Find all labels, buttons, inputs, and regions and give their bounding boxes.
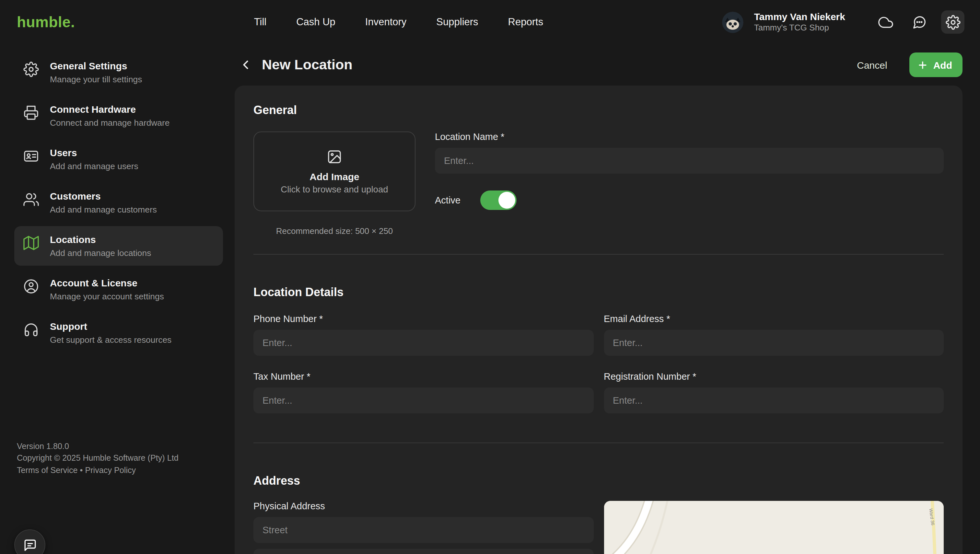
registration-number-label: Registration Number *	[604, 371, 944, 382]
sidebar-item-account-license[interactable]: Account & License Manage your account se…	[14, 269, 223, 309]
humble-logo: humble.	[17, 13, 75, 31]
plus-icon	[917, 59, 928, 70]
settings-sidebar: General Settings Manage your till settin…	[0, 44, 228, 554]
physical-address-label: Physical Address	[253, 501, 593, 511]
chat-launcher-icon	[23, 538, 37, 552]
sidebar-item-title: General Settings	[50, 60, 142, 71]
user-info[interactable]: Tammy Van Niekerk Tammy's TCG Shop	[754, 11, 845, 33]
nav-reports[interactable]: Reports	[508, 16, 543, 28]
nav-cash-up[interactable]: Cash Up	[296, 16, 335, 28]
top-right-cluster: Tammy Van Niekerk Tammy's TCG Shop	[722, 10, 964, 34]
sidebar-item-title: Support	[50, 321, 171, 332]
sidebar-item-title: Account & License	[50, 277, 164, 288]
sidebar-item-title: Locations	[50, 234, 151, 245]
section-divider	[253, 443, 944, 443]
add-button-label: Add	[933, 59, 952, 70]
user-shop: Tammy's TCG Shop	[754, 23, 845, 34]
location-map[interactable]: Ward 36	[604, 501, 944, 554]
active-label: Active	[435, 195, 461, 205]
upload-size-hint: Recommended size: 500 × 250	[253, 226, 416, 236]
app-window: humble. Till Cash Up Inventory Suppliers…	[0, 0, 980, 554]
people-icon	[23, 192, 39, 207]
map-icon	[23, 235, 39, 251]
settings-button[interactable]	[941, 10, 964, 34]
nav-inventory[interactable]: Inventory	[365, 16, 407, 28]
sidebar-item-subtitle: Manage your account settings	[50, 291, 164, 301]
registration-number-input[interactable]	[604, 387, 944, 413]
cloud-icon	[878, 14, 893, 29]
gear-icon	[23, 62, 39, 77]
back-button[interactable]	[236, 55, 255, 75]
email-address-input[interactable]	[604, 330, 944, 356]
chevron-left-icon	[239, 58, 253, 72]
add-button[interactable]: Add	[909, 53, 962, 77]
sidebar-item-title: Users	[50, 147, 139, 158]
sidebar-item-locations[interactable]: Locations Add and manage locations	[14, 226, 223, 266]
gear-icon	[945, 14, 960, 29]
sidebar-footer: Version 1.80.0 Copyright © 2025 Humble S…	[17, 441, 218, 476]
tax-number-input[interactable]	[253, 387, 593, 413]
headset-icon	[23, 322, 39, 337]
sidebar-item-subtitle: Connect and manage hardware	[50, 118, 170, 127]
chat-bubble-icon	[911, 14, 926, 29]
section-divider	[253, 254, 944, 255]
nav-till[interactable]: Till	[254, 16, 266, 28]
sidebar-item-subtitle: Manage your till settings	[50, 75, 142, 84]
sidebar-item-subtitle: Add and manage customers	[50, 205, 157, 215]
user-name: Tammy Van Niekerk	[754, 11, 845, 23]
sidebar-item-title: Connect Hardware	[50, 103, 170, 115]
email-address-label: Email Address *	[604, 314, 944, 324]
terms-link[interactable]: Terms of Service	[17, 466, 78, 474]
messages-button[interactable]	[907, 10, 931, 34]
phone-number-label: Phone Number *	[253, 314, 593, 324]
copyright-text: Copyright © 2025 Humble Software (Pty) L…	[17, 452, 218, 465]
image-icon	[327, 149, 342, 164]
id-card-icon	[23, 148, 39, 164]
toggle-knob	[498, 192, 515, 209]
sidebar-item-subtitle: Get support & access resources	[50, 335, 171, 345]
new-location-form-card: General Add Image	[235, 86, 962, 554]
address-section-heading: Address	[253, 474, 944, 488]
cloud-sync-button[interactable]	[874, 10, 897, 34]
upload-title: Add Image	[309, 171, 359, 182]
printer-icon	[23, 105, 39, 121]
sidebar-item-users[interactable]: Users Add and manage users	[14, 139, 223, 179]
phone-number-input[interactable]	[253, 330, 593, 356]
sidebar-item-subtitle: Add and manage locations	[50, 248, 151, 258]
top-bar: humble. Till Cash Up Inventory Suppliers…	[0, 0, 980, 44]
tax-number-label: Tax Number *	[253, 371, 593, 382]
active-toggle[interactable]	[480, 191, 516, 210]
avatar[interactable]	[722, 11, 744, 33]
sidebar-item-title: Customers	[50, 191, 157, 202]
top-navigation: Till Cash Up Inventory Suppliers Reports	[75, 16, 722, 28]
user-circle-icon	[23, 279, 39, 294]
page-header: New Location Cancel Add	[228, 44, 980, 86]
upload-subtitle: Click to browse and upload	[280, 184, 388, 194]
sidebar-item-support[interactable]: Support Get support & access resources	[14, 313, 223, 352]
sidebar-item-customers[interactable]: Customers Add and manage customers	[14, 183, 223, 222]
location-name-label: Location Name *	[435, 132, 944, 142]
version-text: Version 1.80.0	[17, 441, 218, 452]
sidebar-item-subtitle: Add and manage users	[50, 161, 139, 171]
street-input-2[interactable]	[253, 549, 593, 554]
street-input-1[interactable]	[253, 517, 593, 543]
privacy-link[interactable]: Privacy Policy	[85, 466, 136, 474]
nav-suppliers[interactable]: Suppliers	[436, 16, 478, 28]
cancel-button[interactable]: Cancel	[857, 59, 887, 70]
image-upload-dropzone[interactable]: Add Image Click to browse and upload	[253, 132, 416, 211]
footer-separator: •	[80, 466, 83, 474]
location-name-input[interactable]	[435, 148, 944, 174]
main-content: New Location Cancel Add	[228, 44, 980, 554]
sidebar-item-connect-hardware[interactable]: Connect Hardware Connect and manage hard…	[14, 96, 223, 135]
location-details-heading: Location Details	[253, 286, 944, 299]
page-title: New Location	[262, 57, 352, 73]
sidebar-item-general-settings[interactable]: General Settings Manage your till settin…	[14, 53, 223, 92]
general-section-heading: General	[253, 103, 944, 117]
